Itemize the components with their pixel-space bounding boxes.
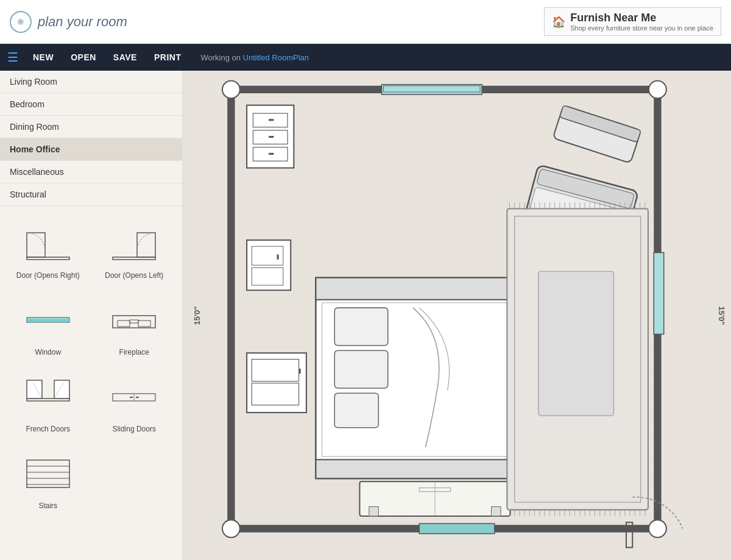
sliding-doors-icon	[104, 372, 164, 421]
save-button[interactable]: SAVE	[106, 49, 144, 66]
svg-rect-58	[492, 506, 501, 516]
menu-icon[interactable]: ☰	[7, 50, 18, 65]
working-filename: Untitled RoomPlan	[243, 53, 309, 62]
furniture-item-sliding-doors[interactable]: Sliding Doors	[91, 364, 178, 441]
category-bedroom[interactable]: Bedroom	[0, 93, 182, 116]
furniture-item-window[interactable]: Window	[5, 288, 91, 364]
logo-area: ❋ plan your room	[10, 11, 127, 33]
svg-rect-68	[539, 271, 614, 416]
canvas-area[interactable]: 15'10" 15'10" 15'0" 15'0"	[183, 71, 731, 560]
svg-rect-3	[137, 233, 155, 257]
svg-rect-38	[269, 119, 274, 121]
ad-content: Furnish Near Me Shop every furniture sto…	[570, 12, 713, 32]
svg-rect-17	[136, 397, 139, 398]
furniture-item-door-right[interactable]: Door (Opens Right)	[5, 211, 91, 288]
svg-point-26	[222, 80, 240, 98]
fireplace-icon	[104, 296, 164, 344]
sliding-doors-label: Sliding Doors	[113, 425, 156, 433]
french-doors-icon	[18, 372, 79, 421]
nav-bar: ☰ NEW OPEN SAVE PRINT Working on Untitle…	[0, 44, 731, 71]
door-left-label: Door (Opens Left)	[105, 271, 163, 280]
svg-rect-57	[369, 506, 378, 516]
ad-title: Furnish Near Me	[570, 12, 713, 24]
svg-rect-11	[27, 380, 42, 399]
ad-icon: 🏠	[552, 15, 565, 29]
svg-rect-50	[334, 350, 388, 388]
svg-point-29	[649, 520, 666, 537]
door-right-label: Door (Opens Right)	[16, 271, 80, 280]
svg-rect-55	[299, 369, 301, 374]
working-text: Working on Untitled RoomPlan	[200, 53, 309, 62]
svg-rect-16	[130, 397, 133, 398]
floor-plan-svg	[183, 71, 731, 560]
print-button[interactable]: PRINT	[147, 49, 189, 66]
stairs-label: Stairs	[38, 502, 57, 510]
svg-rect-1	[27, 233, 45, 257]
ad-banner[interactable]: 🏠 Furnish Near Me Shop every furniture s…	[544, 7, 721, 36]
svg-rect-49	[334, 308, 388, 346]
svg-point-27	[649, 80, 666, 98]
furniture-item-door-left[interactable]: Door (Opens Left)	[91, 211, 178, 288]
svg-rect-5	[27, 319, 69, 321]
category-structural[interactable]: Structural	[0, 183, 182, 206]
door-right-icon	[18, 219, 79, 268]
svg-rect-12	[54, 380, 69, 399]
svg-rect-33	[419, 523, 495, 533]
furniture-item-fireplace[interactable]: Fireplace	[91, 288, 178, 364]
svg-rect-39	[269, 136, 274, 138]
fireplace-label: Fireplace	[119, 348, 149, 356]
svg-rect-40	[269, 153, 274, 155]
category-dining-room[interactable]: Dining Room	[0, 116, 182, 138]
svg-rect-8	[138, 321, 150, 327]
category-home-office[interactable]: Home Office	[0, 138, 182, 161]
main-layout: Living Room Bedroom Dining Room Home Off…	[0, 71, 731, 560]
category-miscellaneous[interactable]: Miscellaneous	[0, 161, 182, 183]
svg-rect-7	[118, 321, 130, 327]
french-doors-label: French Doors	[26, 425, 70, 433]
svg-rect-51	[334, 393, 378, 428]
logo-text: plan your room	[38, 14, 127, 30]
svg-rect-44	[277, 255, 279, 260]
sidebar: Living Room Bedroom Dining Room Home Off…	[0, 71, 183, 560]
door-left-icon	[104, 219, 164, 268]
svg-rect-18	[27, 460, 69, 487]
svg-rect-32	[654, 253, 663, 335]
category-living-room[interactable]: Living Room	[0, 71, 182, 93]
svg-point-28	[222, 520, 240, 537]
top-header: ❋ plan your room 🏠 Furnish Near Me Shop …	[0, 0, 731, 44]
stairs-icon	[18, 449, 79, 498]
furniture-item-french-doors[interactable]: French Doors	[5, 364, 91, 441]
window-icon	[18, 296, 79, 344]
svg-rect-9	[130, 320, 138, 323]
furniture-item-stairs[interactable]: Stairs	[5, 441, 91, 518]
svg-rect-47	[316, 459, 535, 478]
open-button[interactable]: OPEN	[63, 49, 104, 66]
furniture-grid: Door (Opens Right) Door (Opens Left)	[0, 206, 182, 523]
svg-rect-6	[113, 316, 155, 328]
new-button[interactable]: NEW	[26, 49, 61, 66]
ad-subtitle: Shop every furniture store near you in o…	[570, 24, 713, 32]
svg-rect-46	[316, 278, 535, 300]
window-label: Window	[35, 348, 61, 356]
logo-icon: ❋	[10, 11, 32, 33]
